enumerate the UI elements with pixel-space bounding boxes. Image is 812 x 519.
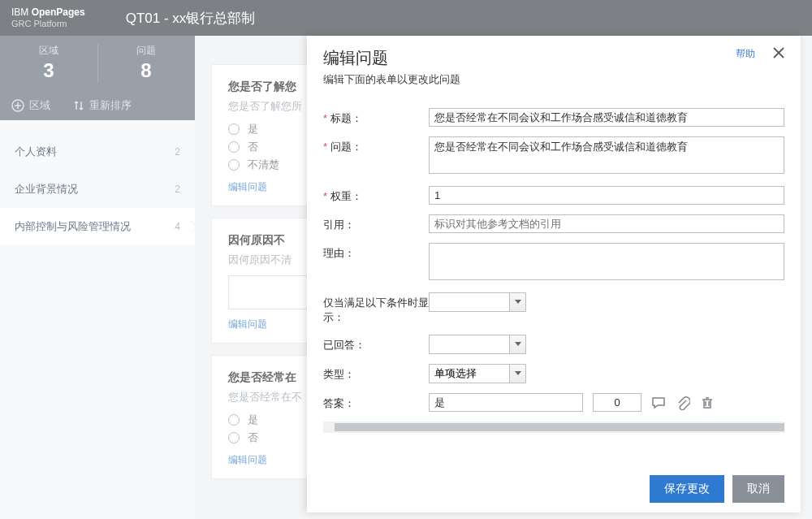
label-reference: 引用：: [323, 214, 429, 233]
chevron-down-icon: [509, 293, 525, 311]
close-icon: [771, 45, 786, 60]
label-answered: 已回答：: [323, 335, 429, 354]
type-select[interactable]: 单项选择: [429, 364, 526, 383]
label-answer: 答案：: [323, 393, 429, 412]
label-type: 类型：: [323, 364, 429, 383]
chevron-down-icon: [509, 335, 525, 353]
close-button[interactable]: [771, 45, 786, 63]
type-select-value: 单项选择: [434, 366, 477, 381]
comment-button[interactable]: [651, 396, 666, 410]
help-link[interactable]: 帮助: [736, 47, 755, 61]
weight-input[interactable]: [429, 186, 784, 205]
label-question: *问题：: [323, 136, 429, 176]
modal-subtitle: 编辑下面的表单以更改此问题: [323, 72, 784, 87]
label-reason: 理由：: [323, 243, 429, 283]
answer-text-input[interactable]: [429, 393, 583, 412]
paperclip-icon: [676, 396, 690, 410]
delete-button[interactable]: [700, 396, 715, 410]
attach-button[interactable]: [676, 396, 690, 410]
answered-select[interactable]: [429, 335, 526, 354]
label-weight: *权重：: [323, 186, 429, 205]
scrollbar-thumb[interactable]: [335, 423, 784, 431]
chevron-down-icon: [509, 365, 525, 383]
reference-input[interactable]: [429, 214, 784, 233]
modal-header: 编辑问题 编辑下面的表单以更改此问题 帮助: [307, 36, 801, 93]
modal-footer: 保存更改 取消: [307, 465, 801, 513]
label-show-cond: 仅当满足以下条件时显示：: [323, 292, 429, 325]
answer-score-input[interactable]: [593, 393, 641, 412]
comment-icon: [651, 396, 666, 410]
horizontal-scrollbar[interactable]: [323, 422, 784, 433]
edit-question-modal: 编辑问题 编辑下面的表单以更改此问题 帮助 *标题： *问题： *权重： 引用：…: [307, 36, 801, 513]
show-condition-select[interactable]: [429, 292, 526, 312]
trash-icon: [700, 396, 715, 410]
modal-body: *标题： *问题： *权重： 引用： 理由： 仅当满足以下条件时显示： 已回答：: [307, 93, 801, 465]
reason-textarea[interactable]: [429, 243, 784, 280]
cancel-button[interactable]: 取消: [732, 475, 784, 503]
title-input[interactable]: [429, 108, 784, 127]
save-button[interactable]: 保存更改: [650, 475, 724, 503]
question-textarea[interactable]: [429, 136, 784, 174]
modal-title: 编辑问题: [323, 47, 784, 69]
label-title: *标题：: [323, 108, 429, 127]
